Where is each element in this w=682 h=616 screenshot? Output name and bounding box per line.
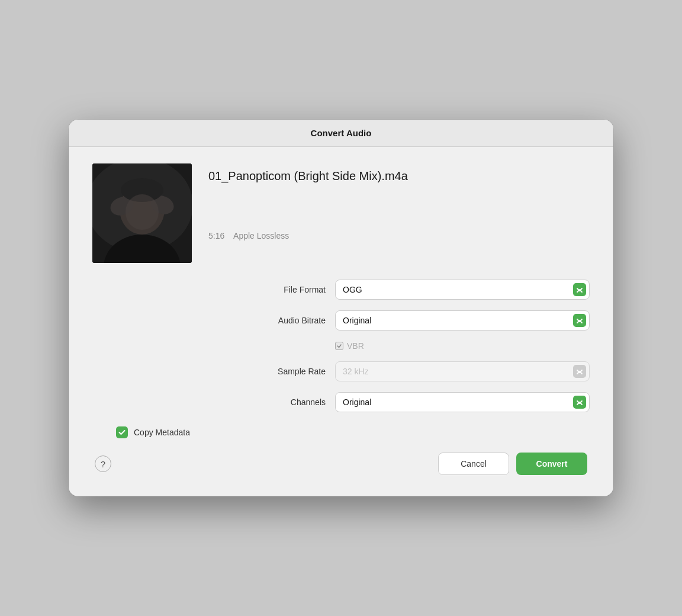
audio-bitrate-row: Audio Bitrate Original 64 kbps 128 kbps … (92, 310, 590, 331)
sample-rate-row: Sample Rate 32 kHz 44.1 kHz 48 kHz 88.2 … (92, 361, 590, 381)
file-format-label: File Format (249, 285, 326, 294)
button-row: ? Cancel Convert (92, 453, 590, 480)
album-art (92, 163, 192, 263)
file-format-select-wrapper: OGG AAC AIFF Apple Lossless CAF MP3 WAV (335, 280, 590, 300)
audio-bitrate-label: Audio Bitrate (249, 316, 326, 325)
track-format: Apple Lossless (233, 231, 289, 240)
file-format-select[interactable]: OGG AAC AIFF Apple Lossless CAF MP3 WAV (335, 280, 590, 300)
title-bar: Convert Audio (69, 120, 613, 147)
sample-rate-select-wrapper: 32 kHz 44.1 kHz 48 kHz 88.2 kHz 96 kHz (335, 361, 590, 381)
sample-rate-label: Sample Rate (249, 367, 326, 376)
track-filename: 01_Panopticom (Bright Side Mix).m4a (208, 168, 408, 184)
convert-audio-dialog: Convert Audio (69, 120, 613, 496)
track-duration: 5:16 (208, 231, 224, 240)
copy-metadata-label: Copy Metadata (134, 428, 190, 437)
help-button[interactable]: ? (95, 455, 111, 472)
channels-label: Channels (249, 397, 326, 407)
vbr-row: VBR (92, 341, 590, 351)
action-buttons: Cancel Convert (438, 453, 587, 475)
vbr-checkbox[interactable] (335, 342, 343, 350)
track-info: 01_Panopticom (Bright Side Mix).m4a 5:16… (92, 163, 590, 263)
portrait-svg (92, 163, 192, 263)
dialog-title: Convert Audio (81, 128, 601, 138)
svg-point-8 (126, 194, 159, 230)
channels-select[interactable]: Original Mono Stereo (335, 392, 590, 412)
album-art-image (92, 163, 192, 263)
audio-bitrate-select[interactable]: Original 64 kbps 128 kbps 192 kbps 256 k… (335, 310, 590, 331)
vbr-label: VBR (347, 341, 364, 351)
channels-row: Channels Original Mono Stereo (92, 392, 590, 412)
copy-metadata-row: Copy Metadata (92, 426, 590, 438)
track-metadata: 01_Panopticom (Bright Side Mix).m4a 5:16… (208, 163, 408, 240)
file-format-row: File Format OGG AAC AIFF Apple Lossless … (92, 280, 590, 300)
audio-bitrate-select-wrapper: Original 64 kbps 128 kbps 192 kbps 256 k… (335, 310, 590, 331)
channels-select-wrapper: Original Mono Stereo (335, 392, 590, 412)
cancel-button[interactable]: Cancel (438, 453, 509, 475)
copy-metadata-checkbox[interactable] (116, 426, 128, 438)
sample-rate-select[interactable]: 32 kHz 44.1 kHz 48 kHz 88.2 kHz 96 kHz (335, 361, 590, 381)
convert-button[interactable]: Convert (516, 453, 587, 475)
vbr-container: VBR (335, 341, 590, 351)
dialog-content: 01_Panopticom (Bright Side Mix).m4a 5:16… (69, 147, 613, 496)
track-details: 5:16 Apple Lossless (208, 231, 408, 240)
conversion-settings: File Format OGG AAC AIFF Apple Lossless … (92, 280, 590, 412)
